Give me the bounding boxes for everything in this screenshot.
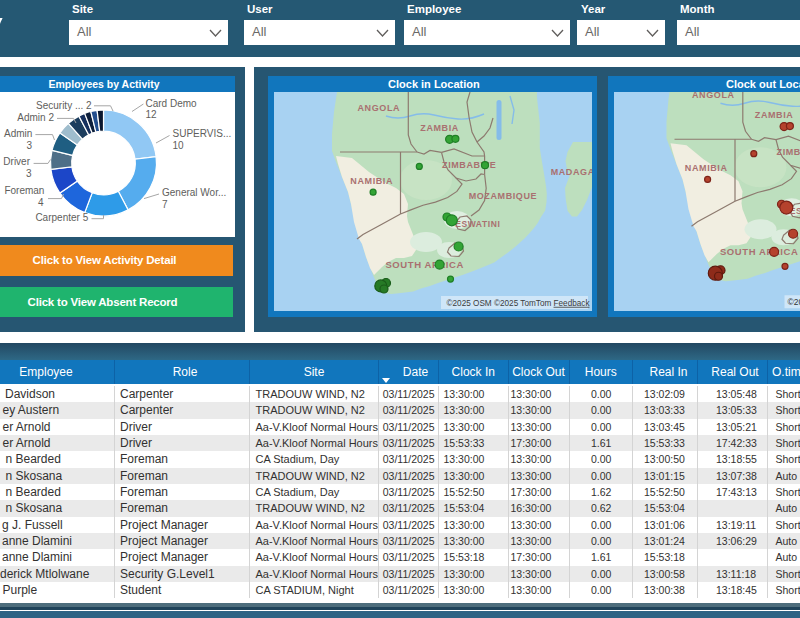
svg-text:ZAMBIA: ZAMBIA (754, 110, 793, 120)
svg-text:10: 10 (173, 140, 185, 151)
svg-text:SOUTH AFRICA: SOUTH AFRICA (385, 259, 464, 270)
svg-text:3: 3 (26, 140, 32, 151)
svg-text:MOZAMBIQUE: MOZAMBIQUE (469, 191, 538, 201)
svg-text:SOUTH AFRICA: SOUTH AFRICA (719, 246, 798, 257)
svg-text:Admin 2: Admin 2 (17, 112, 54, 123)
svg-text:©20: ©20 (787, 297, 800, 307)
svg-text:ZAMBIA: ZAMBIA (420, 123, 459, 133)
svg-text:Card Demo: Card Demo (146, 98, 198, 109)
svg-text:7: 7 (162, 199, 168, 210)
svg-text:Carpenter 5: Carpenter 5 (35, 212, 88, 223)
svg-text:NAMIBIA: NAMIBIA (350, 176, 393, 186)
svg-text:NAMIBIA: NAMIBIA (684, 163, 727, 173)
svg-text:SUPERVIS...: SUPERVIS... (173, 128, 232, 139)
svg-text:General Wor...: General Wor... (162, 187, 226, 198)
svg-text:Admin: Admin (4, 128, 32, 139)
svg-text:12: 12 (146, 109, 158, 120)
svg-text:©2025 OSM ©2025 TomTom Feedbac: ©2025 OSM ©2025 TomTom Feedback (447, 299, 591, 308)
svg-text:Security ... 2: Security ... 2 (36, 100, 92, 111)
svg-text:4: 4 (38, 197, 44, 208)
svg-text:MADAGAS: MADAGAS (551, 167, 592, 177)
svg-text:Driver: Driver (3, 156, 30, 167)
svg-text:ESWATINI: ESWATINI (455, 219, 500, 229)
svg-text:3: 3 (26, 168, 32, 179)
svg-text:ANGOLA: ANGOLA (357, 103, 400, 113)
svg-text:Foreman: Foreman (4, 185, 44, 196)
svg-text:ANGOLA: ANGOLA (691, 92, 734, 100)
svg-text:ZIMBABWE: ZIMBABWE (776, 147, 800, 157)
